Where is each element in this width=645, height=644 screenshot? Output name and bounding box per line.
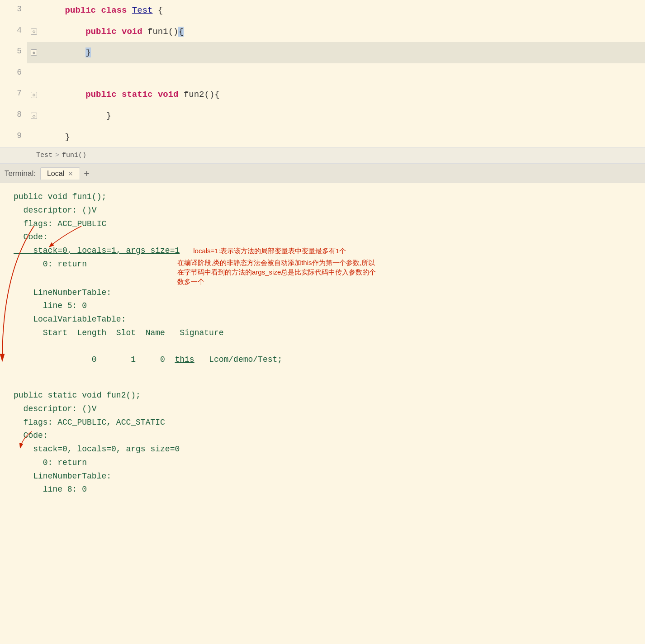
line-gutter-9 <box>27 127 41 148</box>
line-gutter-4: ◇ <box>27 21 41 43</box>
keyword-public: public <box>85 27 122 37</box>
section-divider <box>14 380 631 389</box>
code-line-8: 8 ◇ } <box>0 105 645 127</box>
fun1-return-row: 0: return 在编译阶段,类的非静态方法会被自动添加this作为第一个参数… <box>14 258 631 286</box>
breadcrumb-method: fun1() <box>62 152 86 159</box>
line-content-8: } <box>41 105 645 127</box>
fun2-line8: line 8: 0 <box>14 483 631 497</box>
line-gutter-8: ◇ <box>27 105 41 127</box>
brace-close-8: } <box>106 111 111 121</box>
tab-label: Local <box>47 170 64 178</box>
fun2-descriptor: descriptor: ()V <box>14 402 631 416</box>
fun2-code-header: Code: <box>14 429 631 443</box>
code-line-6: 6 <box>0 63 645 85</box>
fun1-return-content: 0: return <box>14 258 87 271</box>
keyword-void: void <box>122 27 147 37</box>
fold-icon-7[interactable]: ◇ <box>31 92 37 98</box>
fun2-stack-row: stack=0, locals=0, args_size=0 <box>14 443 631 456</box>
fun2-return-line: 0: return <box>14 456 631 470</box>
fold-icon-5[interactable]: ◈ <box>31 49 37 56</box>
fold-icon-4[interactable]: ◇ <box>31 28 37 35</box>
this-keyword: this <box>175 355 194 364</box>
brace-open: { <box>178 27 183 37</box>
this-annotation: 在编译阶段,类的非静态方法会被自动添加this作为第一个参数,所以在字节码中看到… <box>177 258 376 286</box>
punctuation: { <box>152 5 163 15</box>
code-line-9: 9 } <box>0 127 645 148</box>
line-gutter-3 <box>27 0 41 21</box>
fun2-linenumber-table: LineNumberTable: <box>14 470 631 483</box>
keyword-public: public <box>65 5 101 15</box>
fun1-stack-line: stack=0, locals=1, args_size=1 <box>14 246 180 255</box>
line-gutter-5: ◈ <box>27 42 41 63</box>
fun1-lv-row: 0 1 0 this Lcom/demo/Test; <box>14 340 631 380</box>
fun1-localvar-table: LocalVariableTable: <box>14 313 631 327</box>
fold-icon-8[interactable]: ◇ <box>31 113 37 119</box>
keyword-static: static <box>122 90 158 99</box>
terminal-output: public void fun1(); descriptor: ()V flag… <box>0 183 645 504</box>
line-content-3: public class Test { <box>41 0 645 21</box>
fun1-code-header: Code: <box>14 231 631 244</box>
keyword-void: void <box>158 90 184 99</box>
code-line-4: 4 ◇ public void fun1(){ <box>0 21 645 43</box>
keyword-class: class <box>101 5 132 15</box>
line-number-9: 9 <box>0 127 27 148</box>
method-name-fun1: fun1() <box>147 27 178 37</box>
fun1-flags: flags: ACC_PUBLIC <box>14 218 631 231</box>
fun1-stack-content: stack=0, locals=1, args_size=1 <box>14 244 180 258</box>
line-content-7: public static void fun2(){ <box>41 84 645 105</box>
fun1-return-line: 0: return <box>14 258 87 271</box>
line-gutter-7: ◇ <box>27 84 41 105</box>
brace-close-9: } <box>65 132 70 142</box>
code-line-7: 7 ◇ public static void fun2(){ <box>0 84 645 105</box>
terminal-panel: Terminal: Local ✕ + public void fun1(); … <box>0 164 645 504</box>
breadcrumb-class: Test <box>36 152 52 159</box>
fun1-method-signature: public void fun1(); <box>14 190 631 204</box>
method-name-fun2: fun2(){ <box>184 90 220 99</box>
keyword-public: public <box>85 90 122 99</box>
terminal-tab-local[interactable]: Local ✕ <box>40 167 80 180</box>
fun2-flags: flags: ACC_PUBLIC, ACC_STATIC <box>14 416 631 430</box>
tab-add-button[interactable]: + <box>80 168 93 180</box>
code-editor: 3 public class Test { 4 ◇ public void fu… <box>0 0 645 164</box>
locals-annotation: locals=1:表示该方法的局部变量表中变量最多有1个 <box>193 246 346 257</box>
line-number-7: 7 <box>0 84 27 105</box>
fun2-method-signature: public static void fun2(); <box>14 389 631 402</box>
fun1-line5: line 5: 0 <box>14 299 631 313</box>
fun1-descriptor: descriptor: ()V <box>14 204 631 218</box>
fun1-linenumber-table: LineNumberTable: <box>14 286 631 300</box>
code-line-3: 3 public class Test { <box>0 0 645 21</box>
breadcrumb: Test > fun1() <box>0 147 645 164</box>
line-content-4: public void fun1(){ <box>41 21 645 43</box>
line-number-4: 4 <box>0 21 27 43</box>
line-content-6 <box>41 63 645 85</box>
brace-close: } <box>85 47 90 57</box>
fun1-stack-row: stack=0, locals=1, args_size=1 locals=1:… <box>14 244 631 258</box>
terminal-label: Terminal: <box>5 169 36 178</box>
fun2-stack-line: stack=0, locals=0, args_size=0 <box>14 445 180 454</box>
class-name-test: Test <box>132 5 153 15</box>
line-gutter-6 <box>27 63 41 85</box>
breadcrumb-separator: > <box>55 152 59 159</box>
line-content-5: } <box>41 42 645 63</box>
line-number-5: 5 <box>0 42 27 63</box>
line-number-6: 6 <box>0 63 27 85</box>
fun1-lv-header: Start Length Slot Name Signature <box>14 327 631 340</box>
code-line-5: 5 ◈ } <box>0 42 645 63</box>
line-number-3: 3 <box>0 0 27 21</box>
line-content-9: } <box>41 127 645 148</box>
tab-close-icon[interactable]: ✕ <box>68 170 73 177</box>
terminal-tabs-bar: Terminal: Local ✕ + <box>0 164 645 183</box>
line-number-8: 8 <box>0 105 27 127</box>
